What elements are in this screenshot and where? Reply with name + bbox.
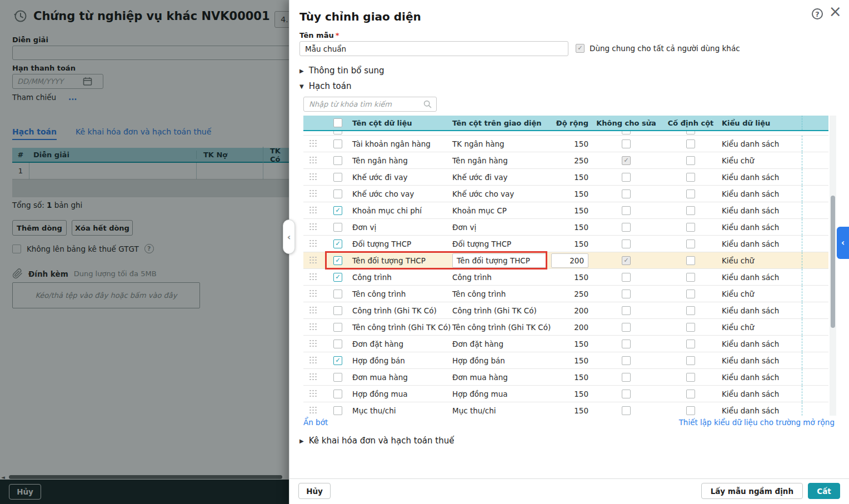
column-display-name[interactable]: Khoản mục CP: [452, 202, 551, 218]
column-visible-checkbox[interactable]: [333, 139, 342, 148]
collapse-panel-handle[interactable]: ‹: [283, 219, 295, 254]
column-display-name[interactable]: Khế ước đi vay: [452, 169, 551, 185]
fixed-column-checkbox[interactable]: [686, 390, 695, 398]
column-width-value[interactable]: 150: [551, 169, 593, 185]
fixed-column-checkbox[interactable]: [686, 156, 695, 165]
column-width-value[interactable]: 150: [551, 369, 593, 385]
column-visible-checkbox[interactable]: ✓: [333, 206, 342, 215]
column-width-value[interactable]: 150: [551, 402, 593, 416]
column-width-value[interactable]: 150: [551, 336, 593, 352]
column-search-field[interactable]: [303, 97, 437, 112]
fixed-column-checkbox[interactable]: [686, 273, 695, 282]
column-display-name[interactable]: Hợp đồng mua: [452, 386, 551, 402]
column-width-value[interactable]: 150: [551, 269, 593, 285]
no-edit-checkbox[interactable]: [622, 373, 631, 382]
column-width-value[interactable]: 150: [551, 219, 593, 235]
expand-panel-handle[interactable]: ‹: [837, 227, 849, 259]
column-config-row[interactable]: Công trình (Ghi TK Có) Công trình (Ghi T…: [303, 302, 828, 319]
no-edit-checkbox[interactable]: [622, 340, 631, 348]
drag-handle-icon[interactable]: [309, 240, 317, 248]
no-edit-checkbox[interactable]: [622, 139, 631, 148]
drag-handle-icon[interactable]: [309, 357, 317, 365]
column-config-row[interactable]: Hợp đồng mua Hợp đồng mua 150 Kiểu danh …: [303, 386, 828, 402]
drag-handle-icon[interactable]: [309, 373, 317, 381]
fixed-column-checkbox[interactable]: [686, 239, 695, 248]
fixed-column-checkbox[interactable]: [686, 256, 695, 265]
section-tax-declaration[interactable]: ▶ Kê khai hóa đơn và hạch toán thuế: [299, 436, 454, 446]
column-display-name[interactable]: Tên ngân hàng: [452, 152, 551, 168]
template-name-input[interactable]: [299, 41, 568, 56]
column-width-value[interactable]: 250: [551, 152, 593, 168]
width-input[interactable]: 200: [551, 253, 588, 268]
column-display-name[interactable]: Đối tượng THCP: [452, 236, 551, 252]
close-icon[interactable]: ×: [829, 3, 842, 21]
column-width-value[interactable]: 200: [551, 252, 593, 268]
column-width-value[interactable]: 150: [551, 386, 593, 402]
column-config-row[interactable]: ✓ Đối tượng THCP Đối tượng THCP 150 Kiểu…: [303, 236, 828, 252]
no-edit-checkbox[interactable]: ✓: [622, 256, 631, 265]
column-display-name[interactable]: Đơn vị: [452, 219, 551, 235]
drag-handle-icon[interactable]: [309, 273, 317, 281]
fixed-column-checkbox[interactable]: [686, 406, 695, 415]
column-config-row[interactable]: Đơn mua hàng Đơn mua hàng 150 Kiểu danh …: [303, 369, 828, 386]
column-config-row[interactable]: Khế ước cho vay Khế ước cho vay 150 Kiểu…: [303, 186, 828, 202]
drag-handle-icon[interactable]: [309, 407, 317, 415]
column-visible-checkbox[interactable]: [333, 173, 342, 182]
display-name-input[interactable]: Tên đối tượng THCP: [452, 253, 547, 268]
column-display-name[interactable]: Tên đối tượng THCP: [452, 252, 551, 268]
column-config-row[interactable]: Đơn đặt hàng Đơn đặt hàng 150 Kiểu danh …: [303, 336, 828, 352]
column-display-name[interactable]: Mục thu/chi: [452, 402, 551, 416]
column-display-name[interactable]: Khế ước cho vay: [452, 186, 551, 202]
column-display-name[interactable]: Tên công trình: [452, 286, 551, 302]
column-search-input[interactable]: [304, 100, 423, 108]
fixed-column-checkbox[interactable]: [686, 356, 695, 365]
no-edit-checkbox[interactable]: [622, 356, 631, 365]
column-config-row[interactable]: Tên công trình (Ghi TK Có) Tên công trìn…: [303, 319, 828, 336]
column-display-name[interactable]: Đơn mua hàng: [452, 369, 551, 385]
fixed-column-checkbox[interactable]: [686, 290, 695, 298]
drag-handle-icon[interactable]: [309, 323, 317, 331]
column-visible-checkbox[interactable]: ✓: [333, 356, 342, 365]
column-visible-checkbox[interactable]: [333, 290, 342, 298]
column-config-row[interactable]: Tên ngân hàng Tên ngân hàng 250 ✓ Kiểu c…: [303, 152, 828, 169]
select-all-checkbox[interactable]: [333, 118, 342, 127]
drag-handle-icon[interactable]: [309, 223, 317, 231]
drag-handle-icon[interactable]: [309, 340, 317, 348]
no-edit-checkbox[interactable]: [622, 290, 631, 298]
column-visible-checkbox[interactable]: [333, 189, 342, 198]
column-visible-checkbox[interactable]: ✓: [333, 256, 342, 265]
drag-handle-icon[interactable]: [309, 207, 317, 214]
column-visible-checkbox[interactable]: ✓: [333, 239, 342, 248]
column-display-name[interactable]: TK ngân hàng: [452, 136, 551, 152]
fixed-column-checkbox[interactable]: [686, 340, 695, 348]
setup-extended-type-link[interactable]: Thiết lập kiểu dữ liệu cho trường mở rộn…: [679, 418, 835, 427]
column-visible-checkbox[interactable]: [333, 223, 342, 232]
column-config-row[interactable]: Tên công trình Tên công trình 250 Kiểu c…: [303, 286, 828, 302]
help-icon[interactable]: ?: [812, 8, 823, 19]
column-visible-checkbox[interactable]: [333, 373, 342, 382]
hide-link[interactable]: Ẩn bớt: [303, 418, 328, 427]
fixed-column-checkbox[interactable]: [686, 223, 695, 232]
column-display-name[interactable]: Công trình: [452, 269, 551, 285]
fixed-column-checkbox[interactable]: [686, 206, 695, 215]
column-width-value[interactable]: 250: [551, 286, 593, 302]
drag-handle-icon[interactable]: [309, 290, 317, 298]
no-edit-checkbox[interactable]: [622, 173, 631, 182]
no-edit-checkbox[interactable]: [622, 323, 631, 332]
column-config-row[interactable]: ✓ Tên đối tượng THCP Tên đối tượng THCP …: [303, 252, 828, 269]
column-visible-checkbox[interactable]: [333, 406, 342, 415]
drag-handle-icon[interactable]: [309, 390, 317, 398]
drag-handle-icon[interactable]: [309, 173, 317, 181]
column-config-row[interactable]: Tài khoản ngân hàng TK ngân hàng 150 Kiể…: [303, 136, 828, 152]
no-edit-checkbox[interactable]: [622, 306, 631, 315]
drag-handle-icon[interactable]: [309, 140, 317, 148]
column-width-value[interactable]: 150: [551, 202, 593, 218]
column-width-value[interactable]: 150: [551, 352, 593, 368]
column-width-value[interactable]: 200: [551, 319, 593, 335]
no-edit-checkbox[interactable]: [622, 390, 631, 398]
no-edit-checkbox[interactable]: [622, 273, 631, 282]
drawer-cancel-button[interactable]: Hủy: [298, 483, 331, 499]
no-edit-checkbox[interactable]: ✓: [622, 156, 631, 165]
no-edit-checkbox[interactable]: [622, 406, 631, 415]
drag-handle-icon[interactable]: [309, 307, 317, 315]
